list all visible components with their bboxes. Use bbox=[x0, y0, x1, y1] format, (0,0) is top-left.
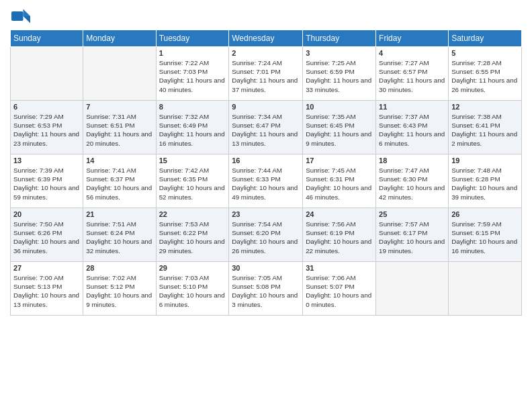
day-number: 2 bbox=[232, 49, 300, 57]
day-number: 18 bbox=[379, 156, 445, 165]
calendar-cell: 12Sunrise: 7:38 AM Sunset: 6:41 PM Dayli… bbox=[449, 101, 522, 154]
day-info: Sunrise: 7:50 AM Sunset: 6:26 PM Dayligh… bbox=[13, 220, 80, 255]
header-thursday: Thursday bbox=[303, 30, 376, 47]
day-info: Sunrise: 7:47 AM Sunset: 6:30 PM Dayligh… bbox=[379, 166, 445, 201]
day-info: Sunrise: 7:31 AM Sunset: 6:51 PM Dayligh… bbox=[86, 112, 152, 148]
day-number: 22 bbox=[159, 210, 226, 218]
calendar-page: Sunday Monday Tuesday Wednesday Thursday… bbox=[0, 0, 532, 411]
calendar-cell: 27Sunrise: 7:00 AM Sunset: 5:13 PM Dayli… bbox=[11, 262, 83, 316]
calendar-cell bbox=[83, 47, 156, 101]
calendar-cell: 31Sunrise: 7:06 AM Sunset: 5:07 PM Dayli… bbox=[303, 262, 376, 316]
logo-icon bbox=[10, 7, 32, 26]
day-info: Sunrise: 7:28 AM Sunset: 6:55 PM Dayligh… bbox=[451, 58, 519, 94]
day-info: Sunrise: 7:56 AM Sunset: 6:19 PM Dayligh… bbox=[306, 220, 373, 255]
svg-marker-1 bbox=[24, 9, 31, 17]
calendar-week-row: 1Sunrise: 7:22 AM Sunset: 7:03 PM Daylig… bbox=[11, 47, 522, 101]
calendar-cell: 16Sunrise: 7:44 AM Sunset: 6:33 PM Dayli… bbox=[229, 154, 303, 208]
header-sunday: Sunday bbox=[11, 30, 83, 47]
calendar-cell bbox=[11, 47, 83, 101]
day-info: Sunrise: 7:24 AM Sunset: 7:01 PM Dayligh… bbox=[232, 58, 300, 94]
logo bbox=[10, 7, 34, 26]
calendar-cell: 5Sunrise: 7:28 AM Sunset: 6:55 PM Daylig… bbox=[449, 47, 522, 101]
calendar-cell: 24Sunrise: 7:56 AM Sunset: 6:19 PM Dayli… bbox=[303, 208, 376, 262]
day-number: 5 bbox=[451, 49, 519, 57]
day-info: Sunrise: 7:57 AM Sunset: 6:17 PM Dayligh… bbox=[379, 220, 445, 255]
day-number: 11 bbox=[379, 103, 445, 111]
day-number: 6 bbox=[13, 103, 80, 111]
header bbox=[10, 7, 522, 26]
day-number: 30 bbox=[232, 264, 300, 272]
header-wednesday: Wednesday bbox=[229, 30, 303, 47]
calendar-cell: 9Sunrise: 7:34 AM Sunset: 6:47 PM Daylig… bbox=[229, 101, 303, 154]
day-info: Sunrise: 7:54 AM Sunset: 6:20 PM Dayligh… bbox=[232, 220, 300, 255]
svg-rect-0 bbox=[11, 11, 24, 21]
day-info: Sunrise: 7:00 AM Sunset: 5:13 PM Dayligh… bbox=[13, 273, 80, 309]
calendar-cell: 14Sunrise: 7:41 AM Sunset: 6:37 PM Dayli… bbox=[83, 154, 156, 208]
header-tuesday: Tuesday bbox=[156, 30, 229, 47]
calendar-cell: 3Sunrise: 7:25 AM Sunset: 6:59 PM Daylig… bbox=[303, 47, 376, 101]
calendar-cell bbox=[449, 262, 522, 316]
calendar-cell: 25Sunrise: 7:57 AM Sunset: 6:17 PM Dayli… bbox=[376, 208, 449, 262]
day-info: Sunrise: 7:48 AM Sunset: 6:28 PM Dayligh… bbox=[451, 166, 519, 201]
calendar-cell: 18Sunrise: 7:47 AM Sunset: 6:30 PM Dayli… bbox=[376, 154, 449, 208]
day-info: Sunrise: 7:34 AM Sunset: 6:47 PM Dayligh… bbox=[232, 112, 300, 148]
day-number: 16 bbox=[232, 156, 300, 165]
day-info: Sunrise: 7:32 AM Sunset: 6:49 PM Dayligh… bbox=[159, 112, 226, 148]
calendar-cell: 7Sunrise: 7:31 AM Sunset: 6:51 PM Daylig… bbox=[83, 101, 156, 154]
day-number: 14 bbox=[86, 156, 152, 165]
day-info: Sunrise: 7:39 AM Sunset: 6:39 PM Dayligh… bbox=[13, 166, 80, 201]
calendar-cell: 22Sunrise: 7:53 AM Sunset: 6:22 PM Dayli… bbox=[156, 208, 229, 262]
day-info: Sunrise: 7:22 AM Sunset: 7:03 PM Dayligh… bbox=[159, 58, 226, 94]
calendar-cell: 20Sunrise: 7:50 AM Sunset: 6:26 PM Dayli… bbox=[11, 208, 83, 262]
day-info: Sunrise: 7:05 AM Sunset: 5:08 PM Dayligh… bbox=[232, 273, 300, 309]
day-number: 3 bbox=[306, 49, 373, 57]
day-number: 13 bbox=[13, 156, 80, 165]
calendar-week-row: 27Sunrise: 7:00 AM Sunset: 5:13 PM Dayli… bbox=[11, 262, 522, 316]
day-number: 20 bbox=[13, 210, 80, 218]
day-info: Sunrise: 7:45 AM Sunset: 6:31 PM Dayligh… bbox=[306, 166, 373, 201]
calendar-cell: 13Sunrise: 7:39 AM Sunset: 6:39 PM Dayli… bbox=[11, 154, 83, 208]
day-info: Sunrise: 7:59 AM Sunset: 6:15 PM Dayligh… bbox=[451, 220, 519, 255]
day-number: 21 bbox=[86, 210, 152, 218]
day-number: 15 bbox=[159, 156, 226, 165]
calendar-cell bbox=[376, 262, 449, 316]
day-info: Sunrise: 7:02 AM Sunset: 5:12 PM Dayligh… bbox=[86, 273, 152, 309]
calendar-cell: 30Sunrise: 7:05 AM Sunset: 5:08 PM Dayli… bbox=[229, 262, 303, 316]
day-number: 1 bbox=[159, 49, 226, 57]
day-info: Sunrise: 7:37 AM Sunset: 6:43 PM Dayligh… bbox=[379, 112, 445, 148]
day-number: 31 bbox=[306, 264, 373, 272]
calendar-cell: 4Sunrise: 7:27 AM Sunset: 6:57 PM Daylig… bbox=[376, 47, 449, 101]
header-friday: Friday bbox=[376, 30, 449, 47]
day-number: 24 bbox=[306, 210, 373, 218]
day-number: 17 bbox=[306, 156, 373, 165]
header-monday: Monday bbox=[83, 30, 156, 47]
calendar-cell: 28Sunrise: 7:02 AM Sunset: 5:12 PM Dayli… bbox=[83, 262, 156, 316]
day-number: 29 bbox=[159, 264, 226, 272]
calendar-cell: 29Sunrise: 7:03 AM Sunset: 5:10 PM Dayli… bbox=[156, 262, 229, 316]
calendar-cell: 6Sunrise: 7:29 AM Sunset: 6:53 PM Daylig… bbox=[11, 101, 83, 154]
header-saturday: Saturday bbox=[449, 30, 522, 47]
calendar-cell: 21Sunrise: 7:51 AM Sunset: 6:24 PM Dayli… bbox=[83, 208, 156, 262]
day-info: Sunrise: 7:42 AM Sunset: 6:35 PM Dayligh… bbox=[159, 166, 226, 201]
calendar-cell: 8Sunrise: 7:32 AM Sunset: 6:49 PM Daylig… bbox=[156, 101, 229, 154]
day-info: Sunrise: 7:35 AM Sunset: 6:45 PM Dayligh… bbox=[306, 112, 373, 148]
calendar-cell: 23Sunrise: 7:54 AM Sunset: 6:20 PM Dayli… bbox=[229, 208, 303, 262]
day-number: 25 bbox=[379, 210, 445, 218]
calendar-table: Sunday Monday Tuesday Wednesday Thursday… bbox=[10, 30, 522, 316]
calendar-cell: 11Sunrise: 7:37 AM Sunset: 6:43 PM Dayli… bbox=[376, 101, 449, 154]
day-info: Sunrise: 7:51 AM Sunset: 6:24 PM Dayligh… bbox=[86, 220, 152, 255]
calendar-cell: 10Sunrise: 7:35 AM Sunset: 6:45 PM Dayli… bbox=[303, 101, 376, 154]
calendar-week-row: 20Sunrise: 7:50 AM Sunset: 6:26 PM Dayli… bbox=[11, 208, 522, 262]
day-number: 9 bbox=[232, 103, 300, 111]
day-number: 19 bbox=[451, 156, 519, 165]
day-number: 12 bbox=[451, 103, 519, 111]
day-info: Sunrise: 7:06 AM Sunset: 5:07 PM Dayligh… bbox=[306, 273, 373, 309]
day-info: Sunrise: 7:03 AM Sunset: 5:10 PM Dayligh… bbox=[159, 273, 226, 309]
day-info: Sunrise: 7:38 AM Sunset: 6:41 PM Dayligh… bbox=[451, 112, 519, 148]
day-info: Sunrise: 7:44 AM Sunset: 6:33 PM Dayligh… bbox=[232, 166, 300, 201]
day-info: Sunrise: 7:25 AM Sunset: 6:59 PM Dayligh… bbox=[306, 58, 373, 94]
day-number: 28 bbox=[86, 264, 152, 272]
calendar-week-row: 13Sunrise: 7:39 AM Sunset: 6:39 PM Dayli… bbox=[11, 154, 522, 208]
day-number: 8 bbox=[159, 103, 226, 111]
calendar-week-row: 6Sunrise: 7:29 AM Sunset: 6:53 PM Daylig… bbox=[11, 101, 522, 154]
